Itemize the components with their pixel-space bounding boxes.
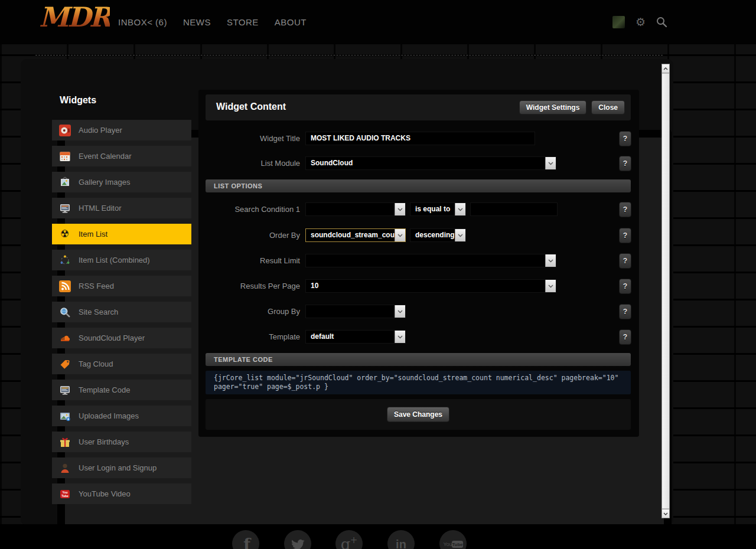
result-limit-label: Result Limit	[206, 253, 300, 268]
youtube-icon-footer[interactable]: YouTube	[439, 530, 467, 549]
page-footer	[0, 524, 756, 549]
svg-text:in: in	[396, 538, 406, 549]
sidebar-item-gallery-images[interactable]: Gallery Images	[52, 172, 191, 192]
sidebar-item-label: Event Calendar	[79, 152, 132, 161]
widget-content-panel: Widget Content Widget Settings Close Wid…	[198, 90, 639, 437]
sidebar-item-label: SoundCloud Player	[79, 334, 145, 342]
rss-feed-icon	[58, 280, 71, 292]
search-icon[interactable]	[656, 17, 667, 28]
sidebar-item-label: Gallery Images	[79, 178, 130, 187]
chevron-down-icon	[455, 229, 465, 241]
sidebar-item-rss-feed[interactable]: RSS Feed	[52, 276, 191, 296]
nav-item-news[interactable]: NEWS	[183, 17, 211, 27]
html-editor-icon	[58, 202, 71, 214]
results-per-page-select[interactable]: 10	[305, 279, 556, 293]
search-condition-field-select[interactable]	[305, 202, 406, 216]
sidebar-item-label: YouTube Video	[79, 489, 131, 498]
scrollbar-up-icon[interactable]	[662, 64, 669, 73]
svg-text:You: You	[443, 541, 452, 547]
help-button-group-by[interactable]: ?	[619, 304, 631, 319]
sidebar-item-item-list[interactable]: ☢ Item List	[52, 224, 191, 244]
list-module-value: SoundCloud	[306, 157, 545, 169]
sidebar-item-tag-cloud[interactable]: Tag Cloud	[52, 354, 191, 374]
search-condition-operator-value: is equal to	[410, 203, 455, 215]
widgets-sidebar: Widgets Audio Player Event Calendar Gall…	[52, 90, 191, 504]
user-birthdays-icon	[58, 436, 71, 448]
scrollbar-down-icon[interactable]	[662, 509, 669, 518]
content-top-divider	[35, 55, 663, 55]
order-by-value: soundcloud_stream_count	[306, 229, 395, 241]
nav-right-icons: ⚙	[612, 0, 667, 44]
search-condition-term-input[interactable]	[470, 202, 558, 216]
nav-item-store[interactable]: STORE	[227, 17, 259, 27]
sidebar-item-audio-player[interactable]: Audio Player	[52, 120, 191, 140]
group-by-value	[306, 305, 395, 318]
help-button-template[interactable]: ?	[619, 329, 631, 345]
sidebar-item-label: Uploaded Images	[79, 411, 139, 420]
site-logo[interactable]: MDR	[39, 1, 110, 33]
gear-icon[interactable]: ⚙	[636, 17, 646, 28]
user-avatar[interactable]	[612, 16, 625, 28]
sidebar-item-user-birthdays[interactable]: User Birthdays	[52, 432, 191, 452]
order-direction-value: descending (	[410, 229, 455, 241]
result-limit-value	[306, 254, 545, 267]
svg-text:+: +	[350, 535, 358, 545]
sidebar-item-youtube-video[interactable]: YouTube YouTube Video	[52, 483, 191, 504]
chevron-down-icon	[545, 280, 556, 292]
nav-menu: INBOX< (6) NEWS STORE ABOUT	[118, 0, 307, 44]
youtube-icon: YouTube	[58, 488, 71, 500]
widget-settings-button[interactable]: Widget Settings	[519, 100, 587, 115]
user-login-icon	[58, 462, 71, 474]
sidebar-item-user-login-signup[interactable]: User Login and Signup	[52, 458, 191, 478]
group-by-select[interactable]	[305, 305, 406, 318]
soundcloud-icon	[58, 332, 71, 344]
sidebar-item-uploaded-images[interactable]: Uploaded Images	[52, 406, 191, 426]
template-select[interactable]: default	[305, 330, 406, 344]
sidebar-item-html-editor[interactable]: HTML Editor	[52, 198, 191, 218]
svg-text:Tube: Tube	[61, 494, 69, 497]
order-direction-select[interactable]: descending (	[410, 228, 466, 242]
modal-scrollbar[interactable]	[662, 64, 670, 518]
chevron-down-icon	[545, 254, 556, 267]
help-button-order-by[interactable]: ?	[619, 228, 631, 243]
list-module-select[interactable]: SoundCloud	[305, 156, 556, 170]
sidebar-item-template-code[interactable]: Template Code	[52, 380, 191, 400]
sidebar-item-soundcloud-player[interactable]: SoundCloud Player	[52, 328, 191, 348]
svg-text:Tube: Tube	[452, 542, 463, 547]
save-changes-button[interactable]: Save Changes	[387, 407, 449, 422]
close-button[interactable]: Close	[591, 100, 625, 115]
widget-title-label: Widget Title	[206, 131, 300, 146]
widget-title-input[interactable]: MOST LIKED AUDIO TRACKS	[305, 132, 535, 145]
list-module-label: List Module	[206, 156, 300, 171]
template-code-icon	[58, 384, 71, 396]
item-list-icon: ☢	[58, 228, 71, 240]
svg-text:g: g	[341, 535, 351, 549]
list-options-section-header: LIST OPTIONS	[206, 179, 631, 192]
help-button-list-module[interactable]: ?	[619, 156, 631, 171]
sidebar-item-event-calendar[interactable]: Event Calendar	[52, 146, 191, 166]
widget-list: Audio Player Event Calendar Gallery Imag…	[52, 120, 191, 504]
order-by-select[interactable]: soundcloud_stream_count	[305, 228, 406, 242]
sidebar-item-site-search[interactable]: Site Search	[52, 302, 191, 322]
chevron-down-icon	[395, 229, 405, 241]
chevron-down-icon	[395, 203, 405, 215]
help-button-result-limit[interactable]: ?	[619, 253, 631, 269]
google-plus-icon[interactable]: g+	[335, 530, 363, 549]
nav-item-inbox[interactable]: INBOX< (6)	[118, 17, 167, 27]
help-button-widget-title[interactable]: ?	[619, 131, 631, 146]
facebook-icon[interactable]: f	[232, 530, 259, 549]
search-condition-operator-select[interactable]: is equal to	[410, 202, 466, 216]
sidebar-item-label: RSS Feed	[79, 282, 114, 290]
linkedin-icon[interactable]: in	[387, 530, 415, 549]
nav-item-about[interactable]: ABOUT	[275, 17, 307, 27]
template-code-block: {jrCore_list module="jrSoundCloud" order…	[206, 371, 631, 394]
sidebar-item-label: Site Search	[79, 308, 118, 316]
result-limit-select[interactable]	[305, 254, 556, 267]
event-calendar-icon	[58, 150, 71, 162]
chevron-down-icon	[395, 331, 405, 343]
help-button-results-per-page[interactable]: ?	[619, 279, 631, 294]
sidebar-item-label: Item List	[79, 230, 107, 238]
scrollbar-thumb[interactable]	[662, 74, 669, 508]
sidebar-item-item-list-combined[interactable]: Item List (Combined)	[52, 250, 191, 270]
help-button-search-condition[interactable]: ?	[619, 202, 631, 217]
